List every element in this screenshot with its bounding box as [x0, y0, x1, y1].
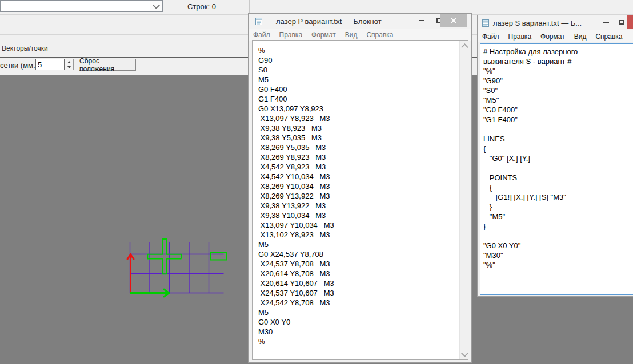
text-line: }	[483, 221, 578, 231]
minimize-icon	[603, 22, 609, 23]
text-line: X8,269 Y5,035 M3	[258, 143, 334, 152]
text-line: G90	[258, 55, 334, 65]
text-line: "%"	[483, 260, 578, 270]
scroll-up-button[interactable]	[460, 42, 468, 50]
text-line: {	[483, 183, 578, 192]
file-combobox[interactable]	[0, 0, 163, 12]
menu-item[interactable]: Вид	[340, 31, 362, 39]
text-line: X9,38 Y10,034 M3	[258, 211, 334, 220]
window-title-s: лазер S вариант.txt — Б...	[493, 19, 582, 27]
text-line: "S0"	[483, 86, 578, 95]
titlebar-s[interactable]: лазер S вариант.txt — Б...	[478, 15, 633, 30]
stepper-up-button[interactable]	[65, 59, 73, 64]
triangle-down-icon	[67, 66, 71, 68]
text-line: "G1 F400"	[483, 115, 578, 124]
text-line: G1 F400	[258, 94, 334, 104]
text-line: X24,537 Y8,708 M3	[258, 259, 334, 269]
menu-item[interactable]: Файл	[478, 33, 504, 41]
text-line: %	[258, 46, 334, 55]
text-line: "%"	[483, 66, 578, 76]
combobox-dropdown-button[interactable]	[150, 1, 162, 11]
notepad-icon	[254, 17, 263, 26]
text-line: X13,097 Y10,034 M3	[258, 220, 334, 230]
text-line: M5	[258, 308, 334, 317]
text-line	[483, 124, 578, 134]
text-line: "G0 X0 Y0"	[483, 241, 578, 250]
text-line: [G1!] [X.] [Y.] [S] "M3"	[483, 192, 578, 202]
menubar-p: ФайлПравкаФорматВидСправка	[249, 29, 471, 41]
text-area-p[interactable]: %G90S0M5G0 F400G1 F400G0 X13,097 Y8,923 …	[252, 40, 468, 360]
chevron-down-icon	[461, 350, 468, 357]
text-line: LINES	[483, 134, 578, 144]
menu-item[interactable]: Файл	[249, 31, 275, 39]
text-line: M30	[258, 327, 334, 337]
menu-item[interactable]: Вид	[570, 33, 591, 41]
minimize-button[interactable]	[599, 15, 614, 29]
text-line: POINTS	[483, 173, 578, 183]
text-line: "M30"	[483, 250, 578, 260]
notepad-icon	[481, 18, 490, 27]
menu-item[interactable]: Формат	[307, 31, 340, 39]
stepper-down-button[interactable]	[65, 64, 73, 70]
text-line: X24,537 Y10,607 M3	[258, 288, 334, 298]
grid-step-input[interactable]	[35, 59, 65, 70]
titlebar-p[interactable]: лазер P вариант.txt — Блокнот	[249, 14, 471, 29]
text-line: X8,269 Y10,034 M3	[258, 181, 334, 191]
text-line: "G90"	[483, 76, 578, 86]
text-line: X13,102 Y8,923 M3	[258, 230, 334, 240]
triangle-up-icon	[67, 61, 71, 63]
reset-position-button[interactable]: Сброс положения	[79, 59, 136, 71]
text-line: G0 X24,537 Y8,708	[258, 249, 334, 259]
grid-step-stepper	[65, 59, 74, 70]
text-line: выжигателя S - вариант #	[483, 56, 578, 66]
text-line: %	[258, 337, 334, 346]
text-line: # Настройка для лазерного	[483, 47, 578, 56]
menubar-s: ФайлПравкаФорматВидСправка	[478, 30, 633, 42]
close-button[interactable]	[440, 14, 467, 27]
gcode-text-p: %G90S0M5G0 F400G1 F400G0 X13,097 Y8,923 …	[258, 46, 334, 346]
text-line: M5	[258, 75, 334, 84]
maximize-button[interactable]	[614, 15, 628, 29]
scrollbar-p[interactable]	[459, 41, 468, 359]
text-line: G0 F400	[258, 84, 334, 94]
text-line	[483, 163, 578, 173]
chevron-up-icon	[461, 43, 468, 51]
scroll-down-button[interactable]	[460, 350, 468, 358]
text-line: X9,38 Y8,923 M3	[258, 123, 334, 133]
chevron-down-icon	[153, 2, 160, 9]
window-title-p: лазер P вариант.txt — Блокнот	[276, 17, 382, 26]
close-button[interactable]	[627, 15, 633, 29]
text-line: {	[483, 144, 578, 153]
text-line: X9,38 Y5,035 M3	[258, 133, 334, 143]
text-line: X4,542 Y8,923 M3	[258, 162, 334, 172]
text-line: G0 X13,097 Y8,923	[258, 104, 334, 114]
menu-item[interactable]: Формат	[536, 33, 570, 41]
screen: { "app": { "toolbar": { "rows_label": "С…	[0, 0, 633, 364]
text-line: X9,38 Y13,922 M3	[258, 201, 334, 211]
text-area-s[interactable]: # Настройка для лазерноговыжигателя S - …	[480, 43, 633, 295]
menu-item[interactable]: Правка	[504, 33, 536, 41]
text-line	[483, 231, 578, 241]
gcode-config-text-s: # Настройка для лазерноговыжигателя S - …	[483, 47, 578, 270]
close-icon	[450, 17, 456, 23]
rows-count-label: Строк: 0	[187, 2, 216, 11]
text-line: X8,269 Y8,923 M3	[258, 152, 334, 162]
text-line: "M5"	[483, 212, 578, 221]
text-line: X20,614 Y10,607 M3	[258, 278, 334, 288]
menu-item[interactable]: Правка	[275, 31, 307, 39]
maximize-icon	[619, 20, 624, 25]
notepad-window-s: лазер S вариант.txt — Б... ФайлПравкаФор…	[477, 15, 633, 297]
menu-item[interactable]: Справка	[591, 33, 627, 41]
grid-step-label: сетки (мм.):	[0, 61, 40, 70]
text-line: }	[483, 202, 578, 212]
text-line: X8,269 Y13,922 M3	[258, 191, 334, 201]
text-line: "G0 F400"	[483, 105, 578, 115]
text-line: X13,097 Y8,923 M3	[258, 114, 334, 123]
menu-item[interactable]: Справка	[362, 31, 398, 39]
minimize-button[interactable]	[413, 14, 430, 27]
text-line: S0	[258, 65, 334, 75]
text-line: X20,614 Y8,708 M3	[258, 269, 334, 278]
text-line: "G0" [X.] [Y.]	[483, 153, 578, 163]
text-line: M5	[258, 240, 334, 249]
text-line: X24,542 Y8,708 M3	[258, 298, 334, 308]
